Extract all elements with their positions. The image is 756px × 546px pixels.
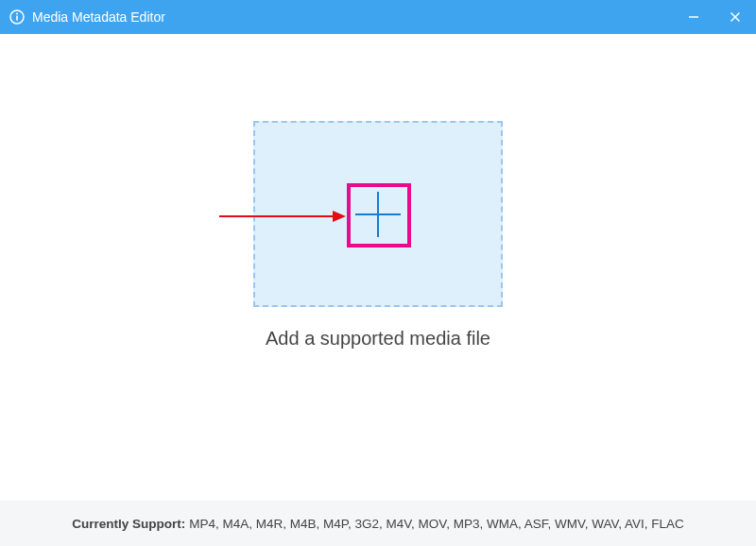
window-controls [673, 0, 756, 34]
content-area: Add a supported media file [0, 34, 756, 501]
info-icon [9, 9, 25, 25]
footer-bar: Currently Support: MP4, M4A, M4R, M4B, M… [0, 501, 756, 546]
app-title: Media Metadata Editor [32, 9, 165, 25]
footer-prefix: Currently Support: [72, 517, 185, 531]
titlebar: Media Metadata Editor [0, 0, 756, 34]
close-button[interactable] [714, 0, 756, 34]
svg-rect-2 [16, 16, 18, 21]
app-window: Media Metadata Editor [0, 0, 756, 546]
add-file-prompt: Add a supported media file [266, 328, 490, 350]
minimize-button[interactable] [673, 0, 714, 34]
plus-icon [348, 184, 408, 245]
add-file-dropzone[interactable] [253, 121, 503, 307]
footer-formats: MP4, M4A, M4R, M4B, M4P, 3G2, M4V, MOV, … [189, 517, 683, 531]
svg-point-1 [16, 13, 18, 15]
